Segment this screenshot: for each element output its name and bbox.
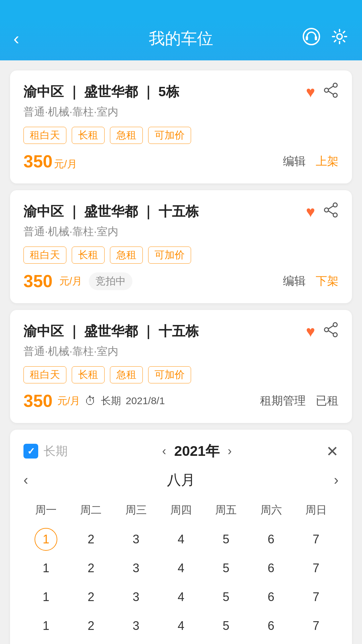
next-year-button[interactable]: ›	[228, 444, 232, 458]
prev-year-button[interactable]: ‹	[162, 444, 166, 458]
tag-3-add-price: 可加价	[148, 366, 191, 383]
day-cell[interactable]: 3	[114, 555, 159, 581]
edit-button-2[interactable]: 编辑	[283, 273, 306, 289]
day-cell[interactable]: 1	[35, 528, 57, 551]
day-cell[interactable]: 6	[248, 584, 293, 610]
long-term-checkbox[interactable]: ✓	[23, 444, 38, 459]
day-cell[interactable]: 2	[68, 642, 113, 644]
favorite-icon[interactable]: ♥	[306, 83, 315, 101]
header-left: ‹	[13, 29, 19, 49]
card-2-price-block: 350 元/月 竞拍中	[23, 271, 132, 291]
month-nav-row: ‹ 八月 ›	[23, 471, 339, 489]
svg-line-13	[328, 211, 333, 214]
tag-urgent-rent: 急租	[110, 127, 143, 144]
day-cell[interactable]: 2	[68, 613, 113, 639]
card-1-price-block: 350 元/月	[23, 151, 77, 171]
share-icon-2[interactable]	[323, 202, 339, 221]
days-row-2: 1 2 3 4 5 6 7	[23, 555, 339, 581]
day-cell[interactable]: 6	[248, 555, 293, 581]
card-3-icons: ♥	[306, 322, 339, 341]
day-cell[interactable]: 1	[23, 584, 68, 610]
calendar-grid: 周一 周二 周三 周四 周五 周六 周日 1 2 3 4 5 6 7 1 2 3…	[23, 499, 339, 644]
edit-button-1[interactable]: 编辑	[283, 154, 306, 169]
weekday-sun: 周日	[294, 499, 339, 521]
card-2-icons: ♥	[306, 202, 339, 221]
next-month-button[interactable]: ›	[334, 472, 339, 488]
card-3-actions: 租期管理 已租	[260, 393, 339, 409]
tag-3-rent-day: 租白天	[23, 366, 66, 383]
card-1-header: 渝中区 ｜ 盛世华都 ｜ 5栋 ♥	[23, 83, 339, 101]
weekday-tue: 周二	[68, 499, 113, 521]
tag-2-urgent-rent: 急租	[110, 247, 143, 264]
card-1-actions: 编辑 上架	[283, 154, 339, 169]
tag-add-price: 可加价	[148, 127, 191, 144]
card-1-icons: ♥	[306, 83, 339, 101]
calendar-close-button[interactable]: ✕	[326, 443, 339, 460]
prev-month-button[interactable]: ‹	[23, 472, 28, 488]
header: ‹ 我的车位	[0, 17, 362, 60]
tag-rent-day: 租白天	[23, 127, 66, 144]
status-button-1[interactable]: 上架	[316, 154, 339, 169]
parking-card-1: 渝中区 ｜ 盛世华都 ｜ 5栋 ♥ 普通·	[10, 70, 352, 183]
day-cell[interactable]: 1	[23, 613, 68, 639]
card-2-tags: 租白天 长租 急租 可加价	[23, 247, 339, 264]
day-cell[interactable]: 7	[294, 555, 339, 581]
card-2-title: 渝中区 ｜ 盛世华都 ｜ 十五栋	[23, 202, 199, 221]
rent-type: 长期 2021/8/1	[101, 394, 165, 408]
card-3-tags: 租白天 长租 急租 可加价	[23, 366, 339, 383]
day-cell[interactable]: 3	[114, 584, 159, 610]
support-icon[interactable]	[302, 28, 320, 50]
day-cell[interactable]: 5	[203, 613, 248, 639]
day-cell[interactable]: 3	[114, 613, 159, 639]
day-cell[interactable]: 5	[203, 555, 248, 581]
svg-point-5	[333, 93, 337, 97]
svg-line-18	[328, 331, 333, 334]
days-row-1: 1 2 3 4 5 6 7	[23, 526, 339, 552]
header-right	[302, 28, 349, 50]
card-3-price: 350	[23, 391, 53, 411]
days-row-4: 1 2 3 4 5 6 7	[23, 613, 339, 639]
day-cell[interactable]: 1	[23, 642, 68, 644]
rent-mgmt-button[interactable]: 租期管理	[260, 393, 306, 409]
day-cell[interactable]: 5	[203, 584, 248, 610]
day-cell[interactable]: 2	[68, 584, 113, 610]
svg-line-17	[328, 326, 333, 329]
day-cell[interactable]: 2	[68, 555, 113, 581]
long-term-label: 长期	[44, 443, 68, 460]
card-3-price-unit: 元/月	[57, 394, 80, 408]
day-cell[interactable]: 5	[203, 526, 248, 552]
weekday-wed: 周三	[114, 499, 159, 521]
day-cell[interactable]: 1	[23, 555, 68, 581]
day-cell[interactable]: 2	[68, 526, 113, 552]
share-icon[interactable]	[323, 83, 339, 101]
day-cell[interactable]: 4	[159, 526, 203, 552]
day-cell[interactable]: 6	[248, 613, 293, 639]
check-mark: ✓	[27, 446, 35, 457]
svg-rect-1	[306, 36, 308, 40]
year-display: 2021年	[174, 442, 220, 461]
day-cell-empty	[114, 642, 159, 644]
tag-3-long-rent: 长租	[72, 366, 105, 383]
favorite-icon-2[interactable]: ♥	[306, 203, 315, 221]
day-cell[interactable]: 7	[294, 526, 339, 552]
status-button-2[interactable]: 下架	[316, 273, 339, 289]
card-3-title: 渝中区 ｜ 盛世华都 ｜ 十五栋	[23, 322, 199, 340]
day-cell[interactable]: 4	[159, 613, 203, 639]
day-cell[interactable]: 7	[294, 584, 339, 610]
tag-long-rent: 长租	[72, 127, 105, 144]
back-button[interactable]: ‹	[13, 29, 19, 49]
day-cell[interactable]: 6	[248, 526, 293, 552]
day-cell[interactable]: 4	[159, 555, 203, 581]
share-icon-3[interactable]	[323, 322, 339, 341]
year-nav: ‹ 2021年 ›	[162, 442, 232, 461]
day-cell[interactable]: 3	[114, 526, 159, 552]
page-title: 我的车位	[149, 28, 213, 49]
favorite-icon-3[interactable]: ♥	[306, 322, 315, 340]
clock-icon: ⏱	[85, 394, 96, 408]
svg-rect-2	[315, 36, 317, 40]
day-cell[interactable]: 4	[159, 584, 203, 610]
settings-icon[interactable]	[330, 28, 349, 50]
day-cell[interactable]: 7	[294, 613, 339, 639]
weekday-thu: 周四	[159, 499, 203, 521]
calendar-panel: ✓ 长期 ‹ 2021年 › ✕ ‹ 八月 › 周一 周二 周三 周四 周五 周…	[10, 430, 352, 644]
